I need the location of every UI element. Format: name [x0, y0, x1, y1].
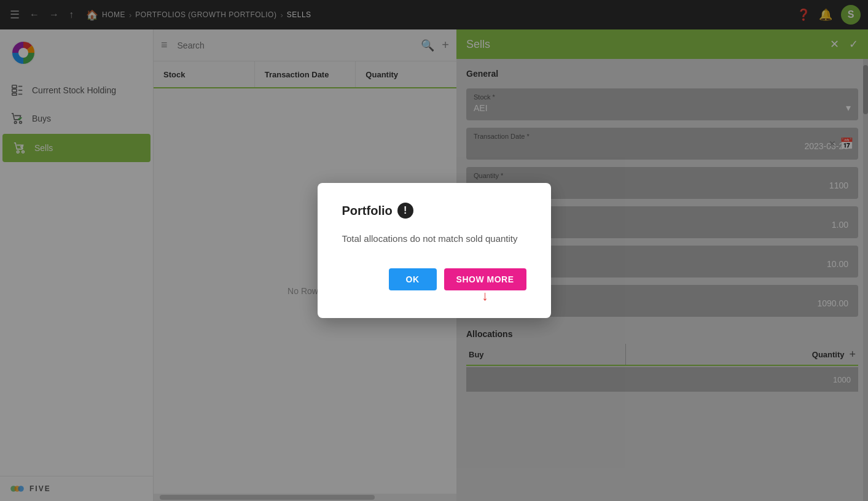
- modal-message: Total allocations do not match sold quan…: [342, 233, 526, 244]
- modal-buttons: OK SHOW MORE ↓: [342, 268, 526, 290]
- modal-title-row: Portfolio !: [342, 203, 526, 219]
- modal-warning-icon: !: [397, 203, 413, 219]
- modal-show-more-button[interactable]: SHOW MORE: [444, 268, 526, 290]
- modal-dialog: Portfolio ! Total allocations do not mat…: [318, 183, 551, 318]
- modal-overlay: Portfolio ! Total allocations do not mat…: [0, 0, 868, 501]
- modal-ok-button[interactable]: OK: [389, 268, 437, 290]
- modal-title: Portfolio: [342, 204, 393, 218]
- red-arrow-indicator: ↓: [482, 288, 488, 304]
